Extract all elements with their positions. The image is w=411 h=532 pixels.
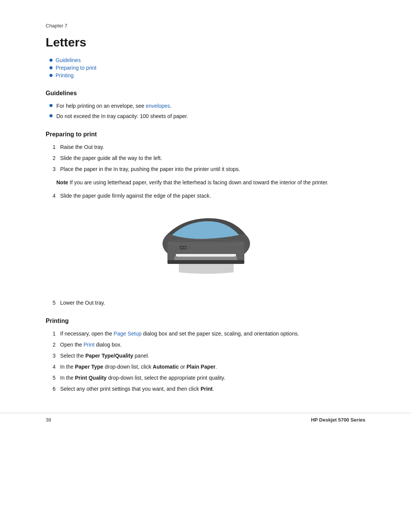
step-text: Open the Print dialog box. <box>60 341 365 349</box>
preparing-step-5: 5 Lower the Out tray. <box>49 299 365 307</box>
step-text: In the Print Quality drop-down list, sel… <box>60 374 365 382</box>
note-block: Note If you are using letterhead paper, … <box>56 179 365 187</box>
guidelines-section: Guidelines For help printing on an envel… <box>46 90 365 120</box>
toc-item-printing: Printing <box>49 72 365 78</box>
preparing-steps-list: 1 Raise the Out tray. 2 Slide the paper … <box>49 143 365 173</box>
printing-steps-list: 1 If necessary, open the Page Setup dial… <box>49 330 365 393</box>
step-number: 3 <box>49 165 56 173</box>
step-number: 6 <box>49 385 56 393</box>
chapter-label: Chapter 7 <box>46 23 365 29</box>
bullet-icon <box>49 66 53 69</box>
step-text: Slide the paper guide all the way to the… <box>60 154 365 162</box>
printer-image-container <box>145 208 266 291</box>
bullet-icon <box>49 59 53 62</box>
step-text: In the Paper Type drop-down list, click … <box>60 363 365 371</box>
preparing-section: Preparing to print 1 Raise the Out tray.… <box>46 131 365 307</box>
printing-section: Printing 1 If necessary, open the Page S… <box>46 318 365 393</box>
step-number: 3 <box>49 352 56 360</box>
preparing-step-2: 2 Slide the paper guide all the way to t… <box>49 154 365 162</box>
footer-product-name: HP Deskjet 5700 Series <box>311 417 365 423</box>
step-text: Raise the Out tray. <box>60 143 365 151</box>
bold-text: Print <box>201 386 213 392</box>
step-text: Lower the Out tray. <box>60 299 365 307</box>
bold-text: Print Quality <box>75 375 107 381</box>
bullet-icon <box>49 104 53 107</box>
bold-text: Automatic <box>153 364 178 370</box>
svg-rect-5 <box>180 246 186 249</box>
page-container: Chapter 7 Letters Guidelines Preparing t… <box>0 0 411 434</box>
bullet-icon <box>49 114 53 117</box>
printing-step-6: 6 Select any other print settings that y… <box>49 385 365 393</box>
bullet-icon <box>49 74 53 77</box>
guideline-text-2: Do not exceed the In tray capacity: 100 … <box>56 112 365 120</box>
step-text: Place the paper in the In tray, pushing … <box>60 165 365 173</box>
print-link[interactable]: Print <box>84 342 95 348</box>
toc-item-preparing: Preparing to print <box>49 65 365 71</box>
step-text: Select the Paper Type/Quality panel. <box>60 352 365 360</box>
guideline-item-2: Do not exceed the In tray capacity: 100 … <box>49 112 365 120</box>
toc-link-printing[interactable]: Printing <box>56 72 73 78</box>
preparing-heading: Preparing to print <box>46 131 365 138</box>
printing-step-5: 5 In the Print Quality drop-down list, s… <box>49 374 365 382</box>
step-number: 1 <box>49 330 56 338</box>
preparing-steps-after-list: 4 Slide the paper guide firmly against t… <box>49 192 365 200</box>
step-number: 4 <box>49 363 56 371</box>
preparing-step-3: 3 Place the paper in the In tray, pushin… <box>49 165 365 173</box>
page-title: Letters <box>46 35 365 50</box>
printing-step-4: 4 In the Paper Type drop-down list, clic… <box>49 363 365 371</box>
step-text: Select any other print settings that you… <box>60 385 365 393</box>
toc-link-preparing[interactable]: Preparing to print <box>56 65 96 71</box>
svg-rect-11 <box>167 260 244 264</box>
printing-step-3: 3 Select the Paper Type/Quality panel. <box>49 352 365 360</box>
step-number: 2 <box>49 341 56 349</box>
guideline-item-1: For help printing on an envelope, see en… <box>49 102 365 110</box>
footer-page-number: 38 <box>46 417 51 423</box>
guidelines-list: For help printing on an envelope, see en… <box>49 102 365 120</box>
preparing-step-5-list: 5 Lower the Out tray. <box>49 299 365 307</box>
page-setup-link[interactable]: Page Setup <box>114 331 142 337</box>
step-number: 4 <box>49 192 56 200</box>
note-text: If you are using letterhead paper, verif… <box>68 179 328 185</box>
guideline-text-1: For help printing on an envelope, see en… <box>56 102 365 110</box>
step-number: 5 <box>49 374 56 382</box>
bold-text: Paper Type <box>75 364 103 370</box>
preparing-step-1: 1 Raise the Out tray. <box>49 143 365 151</box>
printing-step-1: 1 If necessary, open the Page Setup dial… <box>49 330 365 338</box>
bold-text: Paper Type/Quality <box>85 353 133 359</box>
step-number: 5 <box>49 299 56 307</box>
printing-step-2: 2 Open the Print dialog box. <box>49 341 365 349</box>
printer-illustration <box>148 211 263 288</box>
preparing-step-4: 4 Slide the paper guide firmly against t… <box>49 192 365 200</box>
note-label: Note <box>56 179 68 185</box>
step-text: If necessary, open the Page Setup dialog… <box>60 330 365 338</box>
step-number: 1 <box>49 143 56 151</box>
svg-point-7 <box>184 247 185 248</box>
svg-rect-4 <box>177 256 235 257</box>
bold-text: Plain Paper <box>186 364 215 370</box>
toc-item-guidelines: Guidelines <box>49 57 365 63</box>
footer: 38 HP Deskjet 5700 Series <box>0 413 411 423</box>
envelopes-link[interactable]: envelopes <box>146 103 170 109</box>
step-text: Slide the paper guide firmly against the… <box>60 192 365 200</box>
printing-heading: Printing <box>46 318 365 324</box>
step-number: 2 <box>49 154 56 162</box>
guidelines-heading: Guidelines <box>46 90 365 97</box>
toc-list: Guidelines Preparing to print Printing <box>49 57 365 78</box>
svg-point-6 <box>181 247 183 248</box>
toc-link-guidelines[interactable]: Guidelines <box>56 57 81 63</box>
